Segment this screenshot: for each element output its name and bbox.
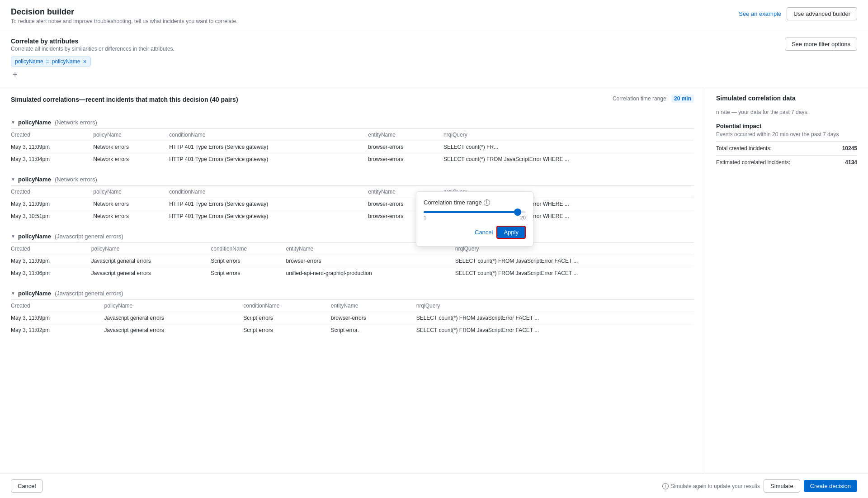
- table-row: May 3, 11:02pm Javascript general errors…: [11, 324, 694, 337]
- time-badge[interactable]: 20 min: [671, 95, 694, 103]
- group-3: ▼ policyName (Javascript general errors)…: [11, 229, 694, 279]
- correlation-rate-label: n rate: [716, 109, 730, 115]
- table-row: May 3, 11:06pm Javascript general errors…: [11, 267, 694, 280]
- col-created: Created: [11, 243, 91, 255]
- tag-left-label: policyName: [15, 58, 43, 65]
- col-policyname: policyName: [91, 243, 211, 255]
- slider-thumb[interactable]: [514, 209, 521, 216]
- slider-labels: 1 20: [424, 215, 526, 220]
- table-row: May 3, 11:09pm Network errors HTTP 401 T…: [11, 198, 694, 210]
- popover-actions: Cancel Apply: [424, 226, 526, 239]
- col-created: Created: [11, 300, 104, 312]
- total-incidents-row: Total created incidents: 10245: [716, 141, 857, 155]
- simulate-button[interactable]: Simulate: [764, 479, 800, 493]
- slider-max-label: 20: [520, 215, 526, 220]
- col-nrqlquery: nrqlQuery: [416, 300, 694, 312]
- col-entityname: entityName: [368, 129, 443, 141]
- group-2-header[interactable]: ▼ policyName (Network errors): [11, 172, 694, 186]
- potential-impact-sub: Events occurred within 20 min over the p…: [716, 131, 857, 138]
- group-4-header[interactable]: ▼ policyName (Javascript general errors): [11, 286, 694, 300]
- potential-impact-title: Potential impact: [716, 123, 857, 129]
- chevron-down-icon: ▼: [11, 120, 15, 125]
- col-policyname: policyName: [93, 129, 169, 141]
- total-incidents-label: Total created incidents:: [716, 145, 772, 152]
- table-row: May 3, 11:09pm Javascript general errors…: [11, 255, 694, 267]
- group-1-sub: (Network errors): [55, 119, 97, 126]
- col-created: Created: [11, 129, 93, 141]
- group-2-name: policyName: [18, 176, 51, 183]
- potential-impact-section: Potential impact Events occurred within …: [716, 123, 857, 169]
- col-policyname: policyName: [104, 300, 244, 312]
- group-1: ▼ policyName (Network errors) Created po…: [11, 115, 694, 165]
- group-3-header[interactable]: ▼ policyName (Javascript general errors): [11, 229, 694, 243]
- col-entityname: entityName: [331, 300, 416, 312]
- slider-track: [424, 211, 526, 213]
- popover-title-text: Correlation time range: [424, 199, 482, 206]
- correlate-section-title: Correlate by attributes: [11, 38, 175, 45]
- slider-container: 1 20: [424, 211, 526, 220]
- popover-cancel-button[interactable]: Cancel: [475, 229, 493, 236]
- page-title: Decision builder: [11, 7, 238, 17]
- estimated-correlated-row: Estimated correlated incidents: 4134: [716, 155, 857, 169]
- col-conditionname: conditionName: [243, 300, 330, 312]
- col-conditionname: conditionName: [169, 129, 368, 141]
- chevron-down-icon: ▼: [11, 234, 15, 239]
- chevron-down-icon: ▼: [11, 177, 15, 182]
- group-4-name: policyName: [18, 290, 51, 297]
- data-note: n rate — your data for the past 7 days.: [716, 109, 857, 115]
- footer: Cancel i Simulate again to update your r…: [0, 474, 868, 498]
- col-conditionname: conditionName: [169, 186, 368, 198]
- filter-options-button[interactable]: See more filter options: [785, 38, 857, 51]
- group-2: ▼ policyName (Network errors) Created po…: [11, 172, 694, 222]
- info-icon: i: [662, 483, 669, 489]
- group-4: ▼ policyName (Javascript general errors)…: [11, 286, 694, 336]
- slider-min-label: 1: [424, 215, 426, 220]
- col-created: Created: [11, 186, 93, 198]
- estimated-correlated-value: 4134: [845, 159, 857, 166]
- correlate-section-desc: Correlate all incidents by similarities …: [11, 46, 175, 52]
- table-row: May 3, 11:09pm Javascript general errors…: [11, 312, 694, 324]
- data-time-note: your data for the past 7 days.: [738, 109, 808, 115]
- col-nrqlquery: nrqlQuery: [443, 129, 694, 141]
- table-row: May 3, 11:09pm Network errors HTTP 401 T…: [11, 141, 694, 153]
- tag-equals: =: [46, 58, 49, 65]
- group-1-table: Created policyName conditionName entityN…: [11, 129, 694, 165]
- policy-name-tag[interactable]: policyName = policyName ×: [11, 57, 91, 66]
- col-conditionname: conditionName: [211, 243, 286, 255]
- tag-close-icon[interactable]: ×: [83, 58, 86, 65]
- table-row: May 3, 11:04pm Network errors HTTP 401 T…: [11, 153, 694, 166]
- right-panel-title: Simulated correlation data: [716, 95, 857, 102]
- group-2-sub: (Network errors): [55, 176, 97, 183]
- time-range-label: Correlation time range:: [613, 95, 668, 102]
- info-icon: i: [484, 199, 490, 206]
- group-2-table: Created policyName conditionName entityN…: [11, 186, 694, 222]
- tag-right-label: policyName: [52, 58, 80, 65]
- table-row: May 3, 10:51pm Network errors HTTP 401 T…: [11, 210, 694, 223]
- group-1-header[interactable]: ▼ policyName (Network errors): [11, 115, 694, 129]
- popover-label: Correlation time range i: [424, 199, 526, 206]
- simulate-note: i Simulate again to update your results: [662, 483, 760, 489]
- group-4-sub: (Javascript general errors): [55, 290, 123, 297]
- page-subtitle: To reduce alert noise and improve troubl…: [11, 18, 238, 24]
- simulate-note-text: Simulate again to update your results: [670, 483, 760, 489]
- popover-apply-button[interactable]: Apply: [496, 226, 526, 239]
- correlation-time-popover: Correlation time range i 1 20 Cancel App…: [416, 191, 533, 247]
- chevron-down-icon: ▼: [11, 291, 15, 296]
- create-decision-button[interactable]: Create decision: [804, 480, 857, 492]
- see-example-button[interactable]: See an example: [739, 10, 781, 17]
- estimated-correlated-label: Estimated correlated incidents:: [716, 159, 790, 166]
- col-policyname: policyName: [93, 186, 169, 198]
- group-3-name: policyName: [18, 233, 51, 240]
- total-incidents-value: 10245: [842, 145, 857, 152]
- simulated-correlations-title: Simulated correlations—recent incidents …: [11, 96, 238, 103]
- slider-fill: [424, 211, 518, 213]
- group-3-table: Created policyName conditionName entityN…: [11, 243, 694, 279]
- advanced-builder-button[interactable]: Use advanced builder: [787, 7, 857, 20]
- group-4-table: Created policyName conditionName entityN…: [11, 300, 694, 336]
- add-attribute-button[interactable]: +: [11, 70, 19, 80]
- group-1-name: policyName: [18, 119, 51, 126]
- cancel-button[interactable]: Cancel: [11, 479, 42, 493]
- group-3-sub: (Javascript general errors): [55, 233, 123, 240]
